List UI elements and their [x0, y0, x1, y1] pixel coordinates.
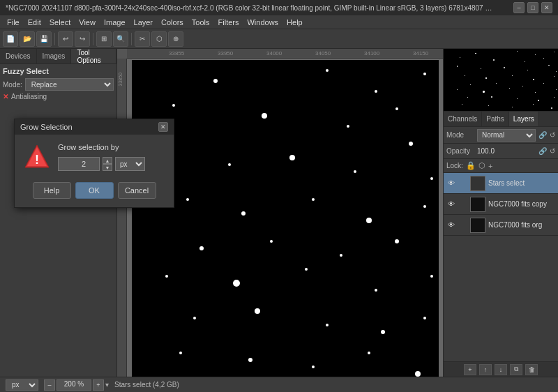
duplicate-layer-button[interactable]: ⧉	[510, 364, 522, 375]
opacity-chain-icon[interactable]: 🔗	[538, 147, 547, 155]
thumb-star-point	[481, 68, 481, 69]
redo-button[interactable]: ↪	[75, 31, 90, 47]
tab-images[interactable]: Images	[37, 49, 72, 63]
thumb-star-point	[475, 53, 476, 54]
reset-icon[interactable]: ↺	[550, 131, 555, 139]
lock-pixels-icon[interactable]: 🔒	[466, 161, 476, 170]
zoom-dropdown-btn[interactable]: ▾	[105, 381, 109, 389]
menu-edit[interactable]: Edit	[24, 15, 45, 29]
open-button[interactable]: 📂	[20, 31, 35, 47]
menu-windows[interactable]: Windows	[243, 15, 282, 29]
grow-amount-input[interactable]	[58, 157, 100, 171]
menu-view[interactable]: View	[75, 15, 100, 29]
zoom-increase-button[interactable]: +	[93, 379, 104, 391]
menu-filters[interactable]: Filters	[214, 15, 243, 29]
raise-layer-button[interactable]: ↑	[479, 364, 492, 375]
undo-button[interactable]: ↩	[58, 31, 73, 47]
new-button[interactable]: 📄	[3, 31, 18, 47]
tab-devices[interactable]: Devices	[0, 49, 37, 63]
layers-mode-label: Mode	[446, 131, 474, 139]
dialog-title-bar[interactable]: Grow Selection ✕	[15, 119, 174, 135]
menu-file[interactable]: File	[3, 15, 24, 29]
menu-tools[interactable]: Tools	[188, 15, 214, 29]
menu-colors[interactable]: Colors	[157, 15, 188, 29]
layers-mode-select[interactable]: Normal	[477, 129, 536, 142]
grow-selection-dialog[interactable]: Grow Selection ✕ ! Grow selection by	[14, 119, 174, 208]
zoom-value[interactable]: 200 %	[56, 379, 91, 391]
star-point	[165, 275, 168, 278]
spin-up-button[interactable]: ▲	[103, 157, 112, 164]
zoom-button[interactable]: 🔍	[113, 31, 128, 47]
star-point	[305, 268, 308, 271]
tab-tool-options[interactable]: Tool Options	[71, 49, 116, 63]
layer-thumbnail-1	[470, 176, 485, 191]
new-layer-button[interactable]: +	[464, 364, 476, 375]
antialias-enabled-icon: ✕	[3, 93, 8, 100]
menu-select[interactable]: Select	[45, 15, 75, 29]
cancel-button[interactable]: Cancel	[118, 182, 156, 199]
dialog-question-text: Grow selection by	[58, 143, 165, 151]
window-controls: – □ ✕	[513, 2, 552, 13]
menu-layer[interactable]: Layer	[130, 15, 158, 29]
layer-visibility-icon-2[interactable]: 👁	[446, 199, 456, 209]
chain-icon[interactable]: 🔗	[538, 131, 547, 139]
tool-3[interactable]: ⊕	[168, 31, 183, 47]
star-point	[375, 289, 377, 292]
thumb-star-point	[517, 98, 518, 99]
thumb-star-point	[457, 66, 458, 67]
menu-bar: File Edit Select View Image Layer Colors…	[0, 15, 558, 29]
star-point	[172, 104, 175, 107]
layer-row-ngc7000-copy[interactable]: 👁 NGC7000 fits copy	[444, 194, 558, 215]
tool-2[interactable]: ⬡	[151, 31, 167, 47]
opacity-reset-icon[interactable]: ↺	[550, 147, 555, 155]
maximize-button[interactable]: □	[527, 2, 538, 13]
layer-row-ngc7000-org[interactable]: 👁 NGC7000 fits org	[444, 215, 558, 236]
layer-name-3: NGC7000 fits org	[488, 221, 555, 229]
zoom-decrease-button[interactable]: –	[44, 379, 55, 391]
mode-dropdown[interactable]: Replace Add Subtract Intersect	[25, 78, 114, 91]
dialog-close-button[interactable]: ✕	[158, 122, 168, 132]
star-point	[179, 352, 182, 354]
thumb-star-point	[556, 71, 557, 72]
star-point	[213, 79, 218, 83]
star-point	[199, 246, 204, 250]
minimize-button[interactable]: –	[513, 2, 525, 13]
save-button[interactable]: 💾	[36, 31, 52, 47]
unit-selector[interactable]: px mm in	[6, 379, 38, 391]
menu-help[interactable]: Help	[282, 15, 307, 29]
unit-dropdown[interactable]: px mm in %	[115, 157, 145, 171]
tool-1[interactable]: ✂	[135, 31, 150, 47]
canvas-area[interactable]: 33855 33950 34000 34050 34100 34150 3385…	[117, 49, 443, 377]
help-button[interactable]: Help	[33, 182, 71, 199]
canvas-image	[132, 60, 439, 377]
thumb-star-point	[548, 65, 550, 66]
tab-paths[interactable]: Paths	[482, 112, 509, 126]
star-point	[395, 107, 398, 110]
dialog-icon-row: ! Grow selection by ▲ ▼ px mm	[23, 143, 165, 174]
layer-row-stars-select[interactable]: 👁 Stars select	[444, 173, 558, 194]
delete-layer-button[interactable]: 🗑	[525, 364, 538, 375]
lock-alpha-icon[interactable]: ⬡	[478, 161, 485, 170]
layer-visibility-icon-1[interactable]: 👁	[446, 179, 456, 188]
star-point	[312, 198, 315, 201]
lower-layer-button[interactable]: ↓	[495, 364, 507, 375]
menu-image[interactable]: Image	[100, 15, 130, 29]
close-button[interactable]: ✕	[541, 2, 552, 13]
dialog-input-row: ▲ ▼ px mm in %	[58, 157, 165, 171]
tab-channels[interactable]: Channels	[444, 112, 482, 126]
zoom-fit-button[interactable]: ⊞	[96, 31, 112, 47]
lock-position-icon[interactable]: +	[488, 162, 492, 170]
thumb-star-point	[485, 77, 487, 79]
antialias-row: ✕ Antialiasing	[3, 93, 114, 100]
spin-down-button[interactable]: ▼	[103, 164, 112, 171]
tab-layers[interactable]: Layers	[509, 112, 539, 126]
star-point	[423, 317, 426, 319]
canvas-viewport[interactable]	[127, 59, 443, 377]
layer-visibility-icon-3[interactable]: 👁	[446, 220, 456, 230]
thumb-star-point	[535, 92, 536, 93]
layer-info-text: Stars select (4,2 GB)	[114, 381, 179, 389]
star-point	[255, 308, 260, 314]
toolbar-separator-3	[131, 33, 132, 45]
ok-button[interactable]: OK	[75, 182, 114, 199]
thumb-star-point	[543, 83, 545, 84]
